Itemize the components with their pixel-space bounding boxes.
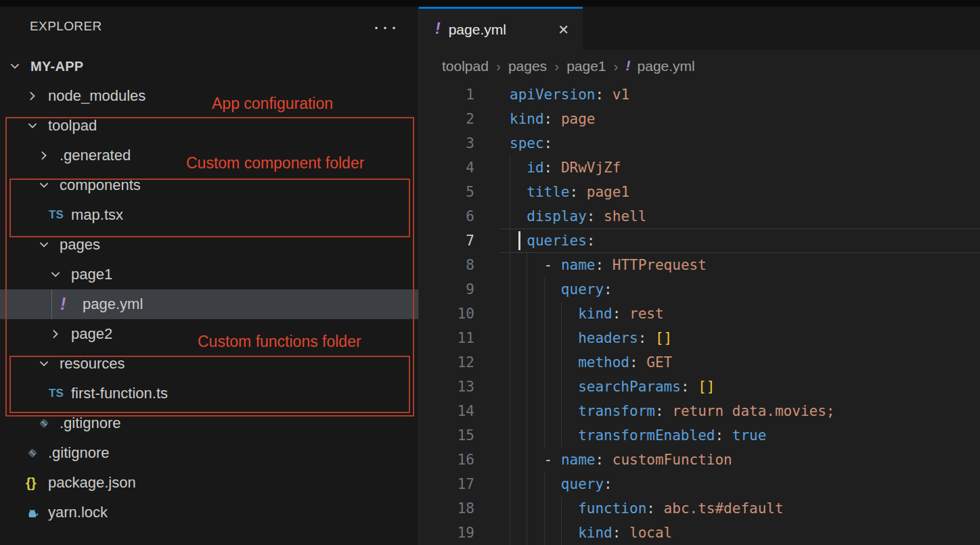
code-line-5[interactable]: 5 title: page1 xyxy=(419,180,980,204)
tree-item-label: resources xyxy=(60,355,125,373)
tree-item-map-tsx[interactable]: TSmap.tsx xyxy=(0,200,418,230)
tree-item-toolpad[interactable]: toolpad xyxy=(0,111,418,141)
indent-guide xyxy=(527,496,527,521)
line-number: 3 xyxy=(419,131,474,156)
indent-guide xyxy=(510,375,510,399)
tree-item-yarn-lock[interactable]: yarn.lock xyxy=(0,498,418,527)
window-top-edge xyxy=(0,0,980,7)
code-text: spec: xyxy=(500,131,980,156)
code-line-19[interactable]: 19 kind: local xyxy=(419,521,980,545)
tree-item-page1[interactable]: page1 xyxy=(0,260,418,289)
tree-item-components[interactable]: components xyxy=(0,170,418,200)
code-line-17[interactable]: 17 query: xyxy=(419,472,980,496)
typescript-file-icon: TS xyxy=(49,208,71,222)
line-number: 13 xyxy=(419,375,474,399)
code-editor[interactable]: 1apiVersion: v12kind: page3spec:4 id: DR… xyxy=(419,82,980,545)
tree-item-node-modules[interactable]: node_modules xyxy=(0,81,418,111)
tree-item-label: page1 xyxy=(71,266,112,283)
indent-guide xyxy=(527,302,527,326)
tree-item-pages[interactable]: pages xyxy=(0,230,418,260)
breadcrumb-item-toolpad[interactable]: toolpad xyxy=(442,58,489,74)
code-line-6[interactable]: 6 display: shell xyxy=(419,204,980,229)
code-text: method: GET xyxy=(500,350,980,375)
line-number: 1 xyxy=(419,82,474,107)
tree-item-package-json[interactable]: {}package.json xyxy=(0,468,418,498)
code-line-16[interactable]: 16 - name: customFunction xyxy=(419,448,980,472)
line-number: 19 xyxy=(419,521,474,545)
code-line-4[interactable]: 4 id: DRwVjZf xyxy=(419,156,980,180)
code-line-15[interactable]: 15 transformEnabled: true xyxy=(419,423,980,448)
indent-guide xyxy=(544,472,545,496)
tab-bar: ! page.yml ✕ xyxy=(419,7,980,50)
warning-icon: ! xyxy=(626,57,631,74)
code-text: display: shell xyxy=(500,204,980,229)
chevron-down-icon xyxy=(8,60,30,73)
line-number: 16 xyxy=(419,448,474,472)
tree-item-page-yml[interactable]: !page.yml xyxy=(0,289,418,319)
tree-item-label: .gitignore xyxy=(60,414,121,432)
code-text: query: xyxy=(500,277,980,302)
indent-guide xyxy=(561,496,562,521)
vscode-window: EXPLORER ··· MY-APPnode_modulestoolpad.g… xyxy=(0,0,980,545)
json-braces-icon: {} xyxy=(26,475,48,491)
code-line-8[interactable]: 8 - name: HTTPrequest xyxy=(419,253,980,277)
tree-item--generated[interactable]: .generated xyxy=(0,141,418,170)
indent-guide xyxy=(527,350,527,375)
tab-page-yml[interactable]: ! page.yml ✕ xyxy=(419,7,583,50)
code-line-7[interactable]: 7 queries: xyxy=(419,229,980,253)
code-text: - name: HTTPrequest xyxy=(500,253,980,277)
tree-item--gitignore[interactable]: .gitignore xyxy=(0,408,418,438)
code-line-14[interactable]: 14 transform: return data.movies; xyxy=(419,399,980,423)
code-line-11[interactable]: 11 headers: [] xyxy=(419,326,980,350)
text-cursor xyxy=(518,231,520,250)
code-line-9[interactable]: 9 query: xyxy=(419,277,980,302)
warning-icon: ! xyxy=(60,295,83,314)
chevron-right-icon xyxy=(49,327,71,341)
line-number: 17 xyxy=(419,472,474,496)
code-line-10[interactable]: 10 kind: rest xyxy=(419,302,980,326)
code-line-1[interactable]: 1apiVersion: v1 xyxy=(419,82,980,107)
indent-guide xyxy=(544,302,545,326)
indent-guide xyxy=(544,277,545,302)
chevron-down-icon xyxy=(37,179,60,192)
tree-item-label: page.yml xyxy=(83,295,143,313)
indent-guide xyxy=(510,350,510,375)
indent-guide xyxy=(544,399,545,423)
breadcrumb-item-pages[interactable]: pages xyxy=(508,58,547,74)
indent-guide xyxy=(527,277,527,302)
code-line-18[interactable]: 18 function: abc.ts#default xyxy=(419,496,980,521)
tree-item-label: .gitignore xyxy=(48,444,110,462)
code-line-3[interactable]: 3spec: xyxy=(419,131,980,156)
code-text: searchParams: [] xyxy=(500,375,980,399)
more-actions-icon[interactable]: ··· xyxy=(373,22,399,30)
indent-guide xyxy=(561,423,562,448)
explorer-sidebar: EXPLORER ··· MY-APPnode_modulestoolpad.g… xyxy=(0,7,419,545)
tree-item--gitignore[interactable]: .gitignore xyxy=(0,438,418,468)
indent-guide xyxy=(510,496,510,521)
code-line-2[interactable]: 2kind: page xyxy=(419,107,980,131)
line-number: 9 xyxy=(419,277,474,302)
tree-item-my-app[interactable]: MY-APP xyxy=(0,51,418,81)
line-number: 14 xyxy=(419,399,474,423)
tree-item-first-function-ts[interactable]: TSfirst-function.ts xyxy=(0,379,418,408)
tree-item-label: map.tsx xyxy=(71,206,123,224)
breadcrumb-item-page1[interactable]: page1 xyxy=(566,58,606,74)
line-number: 5 xyxy=(419,180,474,204)
code-text: title: page1 xyxy=(500,180,980,204)
code-line-12[interactable]: 12 method: GET xyxy=(419,350,980,375)
line-number: 12 xyxy=(419,350,474,375)
indent-guide xyxy=(510,326,510,350)
breadcrumb-item-page-yml[interactable]: !page.yml xyxy=(626,58,695,74)
indent-guide xyxy=(510,253,510,277)
indent-guide xyxy=(510,472,510,496)
close-icon[interactable]: ✕ xyxy=(558,22,569,38)
indent-guide xyxy=(527,399,527,423)
chevron-separator-icon: › xyxy=(614,58,619,74)
code-line-13[interactable]: 13 searchParams: [] xyxy=(419,375,980,399)
line-number: 2 xyxy=(419,107,474,131)
tree-item-resources[interactable]: resources xyxy=(0,349,418,379)
tree-item-label: yarn.lock xyxy=(48,504,108,521)
indent-guide xyxy=(527,375,527,399)
tree-item-page2[interactable]: page2 xyxy=(0,319,418,349)
code-text: query: xyxy=(500,472,980,496)
